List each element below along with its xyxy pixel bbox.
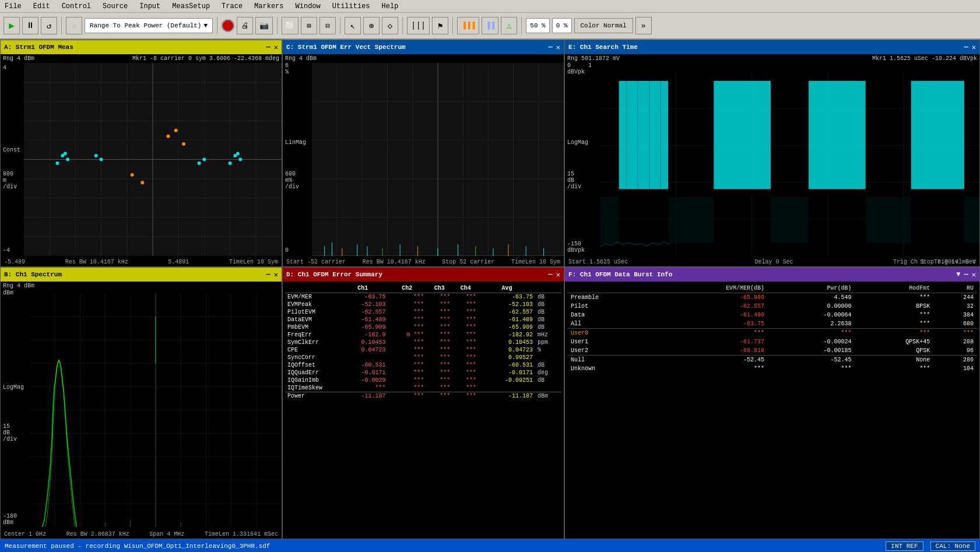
menu-utilities[interactable]: Utilities [330, 1, 373, 12]
panel-f-controls: ▼ — ✕ [956, 270, 976, 279]
svg-point-31 [131, 173, 134, 177]
burst-pwr: 0.00000 [768, 302, 855, 311]
burst-row-unknown: Unknown *** *** *** 104 [567, 364, 977, 373]
pct1-box[interactable]: 50 % [526, 18, 549, 33]
bar2-button[interactable]: ▐▐ [482, 17, 499, 34]
panel-e-title: E: Ch1 Search Time [568, 44, 638, 51]
menu-trace[interactable]: Trace [219, 1, 245, 12]
panel-a-close[interactable]: ✕ [274, 43, 278, 52]
panel-d-close[interactable]: ✕ [556, 270, 560, 279]
burst-evm: -60.818 [655, 346, 768, 356]
burst-evm: -52.45 [655, 356, 768, 365]
pause-button[interactable]: ⏸ [22, 17, 38, 34]
panel-e-info: Rng 501.1872 mV Mkr1 1.5625 uSec -10.224… [567, 55, 977, 62]
panel-a-y-bot: -4 [3, 247, 10, 254]
svg-rect-89 [600, 197, 619, 243]
bar-chart-button[interactable]: ▐▐▐ [457, 17, 479, 34]
row-ch2: *** [388, 293, 426, 301]
status-bar: Measurement paused - recording Wisun_OFD… [0, 539, 980, 552]
panel-b-minimize[interactable]: — [266, 270, 271, 279]
col-ch2: Ch2 [388, 284, 426, 293]
row-ch1: -65.909 [338, 324, 388, 331]
flag-button[interactable]: ⚑ [432, 17, 448, 34]
burst-row-user2: User2 -60.818 -0.00185 QPSK 96 [567, 346, 977, 356]
record-button[interactable] [222, 19, 234, 32]
cursor-button[interactable]: ⬦ [66, 17, 82, 34]
row-ch1: -60.531 [338, 361, 388, 369]
print-button[interactable]: 🖨 [237, 17, 253, 34]
row-unit: ppm [535, 339, 561, 346]
row-ch3: *** [426, 392, 452, 400]
panel-d-title: D: Ch1 OFDM Error Summary [286, 271, 382, 278]
menu-help[interactable]: Help [380, 1, 401, 12]
menu-source[interactable]: Source [100, 1, 130, 12]
view1-button[interactable]: ⬜ [282, 17, 298, 34]
more-button[interactable]: » [635, 17, 652, 34]
panel-b-svg [30, 293, 282, 527]
panel-c-close[interactable]: ✕ [556, 43, 560, 52]
panel-a-minimize[interactable]: — [266, 43, 271, 52]
panel-d-controls: — ✕ [549, 270, 560, 279]
svg-point-34 [202, 158, 206, 161]
row-avg: 0.04723 [479, 346, 535, 354]
pct2-box[interactable]: 0 % [552, 18, 572, 33]
panel-c-bottom: Start -52 carrier Res BW 10.4167 kHz Sto… [283, 259, 564, 265]
menu-file[interactable]: File [2, 1, 24, 12]
row-label: IQTimeSkew [285, 384, 338, 392]
view3-button[interactable]: ⊟ [319, 17, 336, 34]
svg-rect-83 [911, 81, 964, 192]
burst-row-null: Null -52.45 -52.45 None 286 [567, 356, 977, 365]
svg-rect-92 [866, 197, 911, 243]
row-ch1: *** [338, 384, 388, 392]
menu-meassetup[interactable]: MeasSetup [170, 1, 212, 12]
triangle-button[interactable]: △ [501, 17, 517, 34]
menu-edit[interactable]: Edit [31, 1, 52, 12]
panel-f: F: Ch1 OFDM Data Burst Info ▼ — ✕ EVM/ME… [564, 267, 980, 539]
panel-f-minimize[interactable]: — [964, 270, 968, 279]
burst-label: Null [567, 356, 655, 365]
diamond-button[interactable]: ◇ [382, 17, 398, 34]
panel-c-minimize[interactable]: — [549, 43, 553, 52]
row-ch3: *** [426, 377, 452, 384]
row-ch4: *** [452, 339, 479, 346]
menu-window[interactable]: Window [293, 1, 323, 12]
panel-f-title: F: Ch1 OFDM Data Burst Info [568, 271, 672, 278]
row-label: IQGainImb [285, 377, 338, 384]
play-button[interactable]: ▶ [3, 17, 20, 34]
camera-button[interactable]: 📷 [255, 17, 273, 34]
menu-input[interactable]: Input [137, 1, 163, 12]
panel-b-close[interactable]: ✕ [274, 270, 278, 279]
menu-markers[interactable]: Markers [252, 1, 286, 12]
burst-mod: None [855, 356, 934, 365]
repeat-button[interactable]: ↺ [41, 17, 57, 34]
row-avg: -63.75 [479, 293, 535, 301]
panel-f-dropdown[interactable]: ▼ [956, 270, 960, 279]
burst-pwr: -0.00185 [768, 346, 855, 356]
svg-point-21 [55, 161, 59, 165]
panel-f-close[interactable]: ✕ [972, 270, 976, 279]
view2-button[interactable]: ⊞ [301, 17, 317, 34]
sep6 [452, 17, 453, 34]
lines-button[interactable]: ||| [407, 17, 430, 34]
range-dropdown[interactable]: Range To Peak Power (Default) ▼ [85, 18, 213, 33]
svg-point-30 [140, 181, 144, 184]
burst-pwr: 4.549 [768, 293, 855, 303]
table-row: DataEVM -61.489 *** *** *** -61.489 dB [285, 316, 561, 324]
add-marker-button[interactable]: ⊕ [363, 17, 380, 34]
panel-d-titlebar: D: Ch1 OFDM Error Summary — ✕ [283, 268, 564, 282]
row-label: CPE [285, 346, 338, 354]
panel-e-close[interactable]: ✕ [972, 43, 976, 52]
panel-e-minimize[interactable]: — [964, 43, 968, 52]
row-ch1: -03.75 [338, 293, 388, 301]
panel-d-minimize[interactable]: — [549, 270, 553, 279]
table-row: SyncCorr *** *** *** 0.99527 [285, 354, 561, 361]
panel-e-x-start: Start 1.5625 uSec [568, 259, 628, 265]
svg-point-28 [182, 142, 185, 146]
burst-pwr: -0.00064 [768, 311, 855, 319]
row-ch2: *** [388, 369, 426, 377]
menu-control[interactable]: Control [59, 1, 93, 12]
color-normal-button[interactable]: Color Normal [574, 18, 633, 33]
row-ch2: *** [388, 324, 426, 331]
cursor2-button[interactable]: ↖ [345, 17, 361, 34]
panel-a-controls: — ✕ [266, 43, 278, 52]
